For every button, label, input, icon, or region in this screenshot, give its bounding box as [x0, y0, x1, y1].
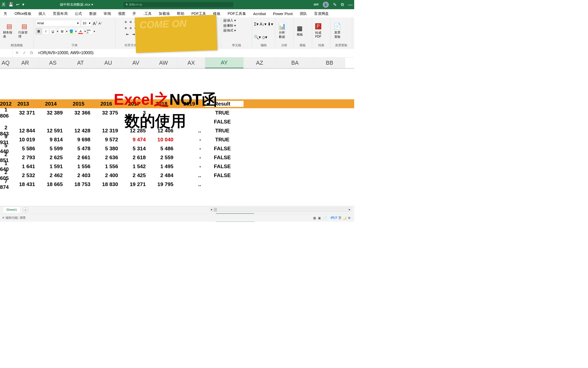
- tab-acrobat[interactable]: Acrobat: [253, 10, 267, 18]
- align-center-icon[interactable]: ≡: [130, 26, 132, 30]
- align-left-icon[interactable]: ≡: [125, 26, 127, 30]
- minimize-icon[interactable]: —: [348, 2, 353, 7]
- search-box[interactable]: 🔍 搜索(Alt+Q): [123, 2, 234, 8]
- cell[interactable]: 10 040: [150, 136, 177, 142]
- save-icon[interactable]: 💾: [8, 2, 13, 7]
- indent-right-icon[interactable]: ⇥: [132, 32, 135, 37]
- dropdown-icon[interactable]: ▾: [75, 30, 77, 33]
- avatar[interactable]: 👤: [323, 2, 329, 8]
- cell[interactable]: 18 753: [67, 181, 94, 187]
- column-header-AU[interactable]: AU: [94, 57, 122, 68]
- cell[interactable]: 2 403: [67, 172, 94, 178]
- tab-close[interactable]: 关: [3, 9, 8, 17]
- column-header-AT[interactable]: AT: [67, 57, 94, 68]
- tab-insert[interactable]: 插入: [38, 9, 46, 17]
- scrollbar-thumb[interactable]: [214, 208, 217, 211]
- column-header-AZ[interactable]: AZ: [243, 57, 276, 68]
- indent-left-icon[interactable]: ⇤: [126, 32, 129, 37]
- cell[interactable]: 19 271: [122, 181, 150, 187]
- cell[interactable]: 2 400: [94, 172, 122, 178]
- cell[interactable]: 1 806: [0, 107, 11, 119]
- enter-icon[interactable]: ✓: [23, 51, 26, 55]
- cell[interactable]: 9 474: [122, 136, 150, 142]
- cell[interactable]: 1 495: [150, 163, 177, 169]
- cell[interactable]: 2 625: [39, 154, 67, 160]
- cell[interactable]: FALSE: [205, 145, 244, 151]
- view-break-icon[interactable]: 📄: [323, 216, 327, 220]
- tab-office-template[interactable]: Office模板: [14, 9, 32, 17]
- cell[interactable]: TRUE: [205, 136, 244, 142]
- cell[interactable]: 9 572: [94, 136, 122, 142]
- cell[interactable]: 2 425: [122, 172, 150, 178]
- cell[interactable]: 5 380: [94, 145, 122, 151]
- cell[interactable]: -: [177, 154, 205, 160]
- template-button[interactable]: ▦模板: [296, 25, 304, 37]
- format-cells-button[interactable]: ▦ 格式 ▾: [223, 28, 236, 32]
- tab-pdf-toolset[interactable]: PDF工具集: [227, 9, 247, 17]
- cell[interactable]: 2 661: [67, 154, 94, 160]
- horizontal-scrollbar[interactable]: ◂ ▸: [210, 208, 351, 212]
- cell[interactable]: 18 830: [94, 181, 122, 187]
- table-header-cell[interactable]: 2015: [67, 101, 94, 107]
- find-icon[interactable]: 🔍▾: [254, 35, 261, 40]
- tab-view[interactable]: 视图: [117, 9, 126, 17]
- cell[interactable]: 7 874: [0, 178, 11, 190]
- admin-mgmt-button[interactable]: ▤行政管理: [17, 23, 32, 39]
- to-pdf-button[interactable]: 🅿转成 PDF: [314, 23, 323, 38]
- cell[interactable]: 32 366: [67, 110, 94, 116]
- cell[interactable]: ..: [177, 172, 205, 178]
- font-size-select[interactable]: 10▾: [81, 20, 92, 26]
- cell[interactable]: 5 478: [67, 145, 94, 151]
- tab-team[interactable]: 团队: [299, 9, 308, 17]
- pen-icon[interactable]: ✎: [333, 2, 337, 7]
- finance-report-button[interactable]: ▤财务报表: [2, 23, 17, 39]
- column-header-AW[interactable]: AW: [150, 57, 177, 68]
- cell[interactable]: 5 486: [150, 145, 177, 151]
- column-header-AS[interactable]: AS: [39, 57, 67, 68]
- underline-button[interactable]: U: [50, 28, 56, 34]
- tab-baidu[interactable]: 百度网盘: [314, 9, 330, 17]
- cell[interactable]: 12 319: [94, 128, 122, 133]
- decrease-font-icon[interactable]: A↓: [99, 21, 102, 26]
- autosum-icon[interactable]: Σ▾: [254, 22, 259, 27]
- tab-tools[interactable]: .工具: [143, 9, 152, 17]
- tab-dev[interactable]: 开: [132, 9, 137, 17]
- table-header-cell[interactable]: 2013: [11, 101, 39, 107]
- cell[interactable]: 5 599: [39, 145, 67, 151]
- cell[interactable]: TRUE: [205, 110, 244, 116]
- cell[interactable]: FALSE: [205, 163, 244, 169]
- table-header-cell[interactable]: 2014: [39, 101, 67, 107]
- cell[interactable]: 2 636: [94, 154, 122, 160]
- column-header-AQ[interactable]: AQ: [0, 57, 11, 68]
- close-tab-icon[interactable]: 关: [2, 2, 6, 7]
- cell[interactable]: 9 814: [39, 136, 67, 142]
- cell[interactable]: 18 431: [11, 181, 39, 187]
- sort-icon[interactable]: A↓▾: [260, 22, 266, 27]
- cell[interactable]: FALSE: [205, 119, 244, 124]
- italic-button[interactable]: I: [43, 28, 49, 34]
- tab-powerpivot[interactable]: Power Pivot: [272, 10, 293, 18]
- accessibility-status[interactable]: ✕ 辅助功能: 调查: [2, 216, 26, 220]
- cell[interactable]: 32 375: [94, 110, 122, 116]
- ime-indicator[interactable]: iFLY 英 🌙 ⚙: [329, 215, 352, 221]
- cell[interactable]: FALSE: [205, 154, 244, 160]
- cell[interactable]: 18 665: [39, 181, 67, 187]
- tab-page-layout[interactable]: 页面布局: [52, 9, 68, 17]
- cell[interactable]: -: [177, 145, 205, 151]
- cell[interactable]: 5 586: [11, 145, 39, 151]
- border-button[interactable]: ⊞: [59, 28, 65, 34]
- user-name[interactable]: 杨晔: [314, 3, 318, 6]
- cell[interactable]: 2 532: [11, 172, 39, 178]
- cell[interactable]: -: [177, 163, 205, 169]
- tab-formulas[interactable]: 公式: [74, 9, 83, 17]
- cell[interactable]: 5 314: [122, 145, 150, 151]
- cell[interactable]: 32 371: [11, 110, 39, 116]
- cell[interactable]: TRUE: [205, 128, 244, 133]
- tab-review[interactable]: 审阅: [103, 9, 112, 17]
- add-sheet-button[interactable]: +: [23, 207, 28, 213]
- font-name-select[interactable]: Arial▾: [36, 20, 80, 26]
- cell[interactable]: 2 462: [39, 172, 67, 178]
- cell[interactable]: 1 556: [94, 163, 122, 169]
- invoice-check-button[interactable]: 📄发票 查验: [332, 22, 342, 39]
- align-top-icon[interactable]: ≡: [125, 20, 127, 24]
